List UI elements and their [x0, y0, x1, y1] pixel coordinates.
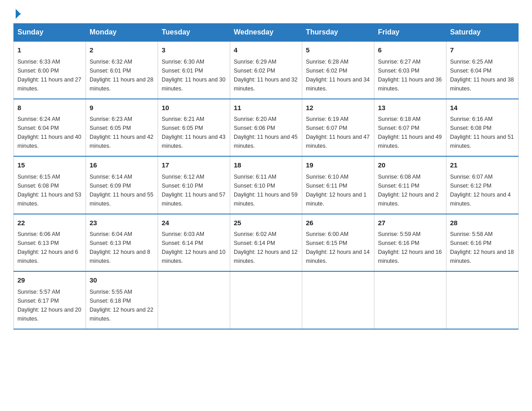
table-row [374, 271, 446, 329]
day-number: 13 [378, 103, 442, 113]
day-info: Sunrise: 6:11 AMSunset: 6:10 PMDaylight:… [234, 172, 298, 208]
logo [13, 9, 21, 19]
day-number: 10 [162, 103, 226, 113]
day-info: Sunrise: 6:29 AMSunset: 6:02 PMDaylight:… [234, 57, 298, 93]
logo-icon [14, 9, 21, 19]
table-row: 26Sunrise: 6:00 AMSunset: 6:15 PMDayligh… [302, 214, 374, 272]
calendar-week-row: 1Sunrise: 6:33 AMSunset: 6:00 PMDaylight… [14, 41, 519, 99]
day-info: Sunrise: 6:21 AMSunset: 6:05 PMDaylight:… [162, 115, 226, 150]
header-monday: Monday [86, 24, 158, 42]
table-row [446, 271, 519, 329]
calendar-week-row: 15Sunrise: 6:15 AMSunset: 6:08 PMDayligh… [14, 156, 519, 214]
header-wednesday: Wednesday [230, 24, 302, 42]
day-number: 22 [17, 218, 82, 228]
table-row: 11Sunrise: 6:20 AMSunset: 6:06 PMDayligh… [230, 99, 302, 157]
day-number: 14 [450, 103, 515, 113]
day-info: Sunrise: 5:58 AMSunset: 6:16 PMDaylight:… [450, 230, 515, 265]
day-number: 26 [306, 218, 370, 228]
table-row: 13Sunrise: 6:18 AMSunset: 6:07 PMDayligh… [374, 99, 446, 157]
calendar-week-row: 22Sunrise: 6:06 AMSunset: 6:13 PMDayligh… [14, 214, 519, 272]
day-number: 24 [162, 218, 226, 228]
day-number: 15 [17, 160, 82, 171]
day-info: Sunrise: 6:23 AMSunset: 6:05 PMDaylight:… [90, 115, 154, 150]
day-number: 11 [234, 103, 298, 113]
table-row: 15Sunrise: 6:15 AMSunset: 6:08 PMDayligh… [14, 156, 86, 214]
day-info: Sunrise: 6:16 AMSunset: 6:08 PMDaylight:… [450, 115, 515, 150]
day-info: Sunrise: 5:55 AMSunset: 6:18 PMDaylight:… [90, 287, 154, 323]
table-row: 25Sunrise: 6:02 AMSunset: 6:14 PMDayligh… [230, 214, 302, 272]
day-number: 28 [450, 218, 515, 228]
day-info: Sunrise: 6:08 AMSunset: 6:11 PMDaylight:… [378, 172, 442, 208]
header-saturday: Saturday [446, 24, 519, 42]
table-row: 10Sunrise: 6:21 AMSunset: 6:05 PMDayligh… [158, 99, 230, 157]
table-row: 5Sunrise: 6:28 AMSunset: 6:02 PMDaylight… [302, 41, 374, 99]
table-row: 20Sunrise: 6:08 AMSunset: 6:11 PMDayligh… [374, 156, 446, 214]
day-info: Sunrise: 6:24 AMSunset: 6:04 PMDaylight:… [17, 115, 82, 150]
table-row: 27Sunrise: 5:59 AMSunset: 6:16 PMDayligh… [374, 214, 446, 272]
day-number: 3 [162, 45, 226, 56]
table-row: 28Sunrise: 5:58 AMSunset: 6:16 PMDayligh… [446, 214, 519, 272]
table-row: 23Sunrise: 6:04 AMSunset: 6:13 PMDayligh… [86, 214, 158, 272]
day-info: Sunrise: 6:10 AMSunset: 6:11 PMDaylight:… [306, 172, 370, 208]
table-row [230, 271, 302, 329]
header-tuesday: Tuesday [158, 24, 230, 42]
table-row: 9Sunrise: 6:23 AMSunset: 6:05 PMDaylight… [86, 99, 158, 157]
day-info: Sunrise: 6:14 AMSunset: 6:09 PMDaylight:… [90, 172, 154, 208]
day-info: Sunrise: 6:02 AMSunset: 6:14 PMDaylight:… [234, 230, 298, 265]
table-row: 24Sunrise: 6:03 AMSunset: 6:14 PMDayligh… [158, 214, 230, 272]
day-info: Sunrise: 6:06 AMSunset: 6:13 PMDaylight:… [17, 230, 82, 265]
page-header [13, 9, 519, 19]
day-number: 27 [378, 218, 442, 228]
table-row: 1Sunrise: 6:33 AMSunset: 6:00 PMDaylight… [14, 41, 86, 99]
table-row: 12Sunrise: 6:19 AMSunset: 6:07 PMDayligh… [302, 99, 374, 157]
day-number: 16 [90, 160, 154, 171]
day-info: Sunrise: 6:32 AMSunset: 6:01 PMDaylight:… [90, 57, 154, 93]
table-row: 4Sunrise: 6:29 AMSunset: 6:02 PMDaylight… [230, 41, 302, 99]
day-number: 17 [162, 160, 226, 171]
day-info: Sunrise: 6:00 AMSunset: 6:15 PMDaylight:… [306, 230, 370, 265]
day-info: Sunrise: 6:07 AMSunset: 6:12 PMDaylight:… [450, 172, 515, 208]
day-number: 2 [90, 45, 154, 56]
day-info: Sunrise: 6:27 AMSunset: 6:03 PMDaylight:… [378, 57, 442, 93]
table-row: 14Sunrise: 6:16 AMSunset: 6:08 PMDayligh… [446, 99, 519, 157]
day-number: 7 [450, 45, 515, 56]
day-info: Sunrise: 5:57 AMSunset: 6:17 PMDaylight:… [17, 287, 82, 323]
day-number: 6 [378, 45, 442, 56]
table-row: 7Sunrise: 6:25 AMSunset: 6:04 PMDaylight… [446, 41, 519, 99]
day-number: 8 [17, 103, 82, 113]
day-info: Sunrise: 6:03 AMSunset: 6:14 PMDaylight:… [162, 230, 226, 265]
day-info: Sunrise: 6:04 AMSunset: 6:13 PMDaylight:… [90, 230, 154, 265]
table-row: 3Sunrise: 6:30 AMSunset: 6:01 PMDaylight… [158, 41, 230, 99]
day-number: 25 [234, 218, 298, 228]
table-row: 8Sunrise: 6:24 AMSunset: 6:04 PMDaylight… [14, 99, 86, 157]
table-row [158, 271, 230, 329]
table-row: 21Sunrise: 6:07 AMSunset: 6:12 PMDayligh… [446, 156, 519, 214]
day-info: Sunrise: 6:28 AMSunset: 6:02 PMDaylight:… [306, 57, 370, 93]
table-row: 17Sunrise: 6:12 AMSunset: 6:10 PMDayligh… [158, 156, 230, 214]
day-info: Sunrise: 6:20 AMSunset: 6:06 PMDaylight:… [234, 115, 298, 150]
table-row: 2Sunrise: 6:32 AMSunset: 6:01 PMDaylight… [86, 41, 158, 99]
day-info: Sunrise: 5:59 AMSunset: 6:16 PMDaylight:… [378, 230, 442, 265]
header-sunday: Sunday [14, 24, 86, 42]
calendar-table: Sunday Monday Tuesday Wednesday Thursday… [13, 23, 519, 330]
table-row: 29Sunrise: 5:57 AMSunset: 6:17 PMDayligh… [14, 271, 86, 329]
day-info: Sunrise: 6:12 AMSunset: 6:10 PMDaylight:… [162, 172, 226, 208]
day-header-row: Sunday Monday Tuesday Wednesday Thursday… [14, 24, 519, 42]
day-number: 12 [306, 103, 370, 113]
day-info: Sunrise: 6:30 AMSunset: 6:01 PMDaylight:… [162, 57, 226, 93]
day-info: Sunrise: 6:19 AMSunset: 6:07 PMDaylight:… [306, 115, 370, 150]
table-row: 22Sunrise: 6:06 AMSunset: 6:13 PMDayligh… [14, 214, 86, 272]
calendar-week-row: 29Sunrise: 5:57 AMSunset: 6:17 PMDayligh… [14, 271, 519, 329]
day-number: 1 [17, 45, 82, 56]
day-info: Sunrise: 6:25 AMSunset: 6:04 PMDaylight:… [450, 57, 515, 93]
day-number: 4 [234, 45, 298, 56]
day-number: 20 [378, 160, 442, 171]
table-row: 6Sunrise: 6:27 AMSunset: 6:03 PMDaylight… [374, 41, 446, 99]
day-number: 9 [90, 103, 154, 113]
table-row: 19Sunrise: 6:10 AMSunset: 6:11 PMDayligh… [302, 156, 374, 214]
day-number: 19 [306, 160, 370, 171]
day-number: 18 [234, 160, 298, 171]
day-info: Sunrise: 6:18 AMSunset: 6:07 PMDaylight:… [378, 115, 442, 150]
day-number: 5 [306, 45, 370, 56]
day-info: Sunrise: 6:33 AMSunset: 6:00 PMDaylight:… [17, 57, 82, 93]
